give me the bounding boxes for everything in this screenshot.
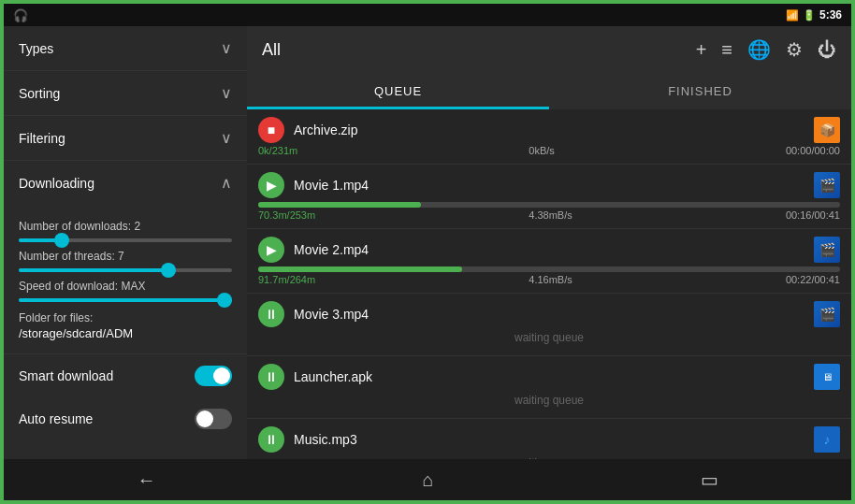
downloaded-movie2: 91.7m/264m	[258, 274, 315, 285]
item-name-movie3: Movie 3.mp4	[294, 307, 804, 322]
downloading-header[interactable]: Downloading ∧	[4, 161, 247, 205]
auto-resume-row: Auto resume	[4, 397, 247, 440]
num-downloads-label: Number of downloads: 2	[19, 220, 232, 233]
folder-path: /storage/sdcard/ADM	[19, 326, 232, 340]
download-item-movie2: ▶ Movie 2.mp4 🎬 91.7m/264m 4.16mB/s 00:2…	[247, 229, 851, 294]
tab-queue[interactable]: QUEUE	[247, 73, 549, 109]
tabs: QUEUE FINISHED	[247, 73, 851, 109]
stop-btn-archive[interactable]: ■	[258, 117, 284, 143]
add-icon[interactable]: +	[696, 39, 707, 61]
num-downloads-thumb[interactable]	[54, 233, 69, 248]
item-thumb-launcher: 🖥	[814, 364, 840, 390]
recent-button[interactable]: ▭	[682, 465, 737, 495]
num-threads-label: Number of threads: 7	[19, 250, 232, 263]
sorting-header[interactable]: Sorting ∨	[4, 71, 247, 115]
speed-thumb[interactable]	[217, 293, 232, 308]
download-list: ■ Archive.zip 📦 0k/231m 0kB/s 00:00/00:0…	[247, 109, 851, 459]
smart-download-row: Smart download	[4, 354, 247, 397]
speed-movie2: 4.16mB/s	[529, 274, 572, 285]
home-button[interactable]: ⌂	[403, 466, 452, 495]
download-item-movie3: ⏸ Movie 3.mp4 🎬 waiting queue	[247, 294, 851, 356]
page-title: All	[262, 40, 685, 60]
sidebar: Types ∨ Sorting ∨ Filtering ∨	[4, 26, 247, 459]
item-name-movie2: Movie 2.mp4	[294, 242, 804, 257]
auto-resume-label: Auto resume	[19, 411, 93, 426]
pause-btn-launcher[interactable]: ⏸	[258, 364, 284, 390]
pause-btn-music[interactable]: ⏸	[258, 426, 284, 453]
item-name-launcher: Launcher.apk	[294, 369, 804, 384]
num-threads-track	[19, 268, 232, 272]
waiting-music: waiting queue	[258, 453, 840, 459]
waiting-movie3: waiting queue	[258, 327, 840, 348]
auto-resume-toggle[interactable]	[195, 409, 232, 429]
filtering-header[interactable]: Filtering ∨	[4, 116, 247, 160]
settings-icon[interactable]: ⚙	[786, 38, 803, 61]
sidebar-section-types: Types ∨	[4, 26, 247, 71]
speed-archive: 0kB/s	[529, 145, 555, 156]
progress-movie2	[258, 266, 840, 272]
num-downloads-track	[19, 238, 232, 242]
status-time: 5:36	[819, 8, 842, 22]
item-thumb-archive: 📦	[814, 117, 840, 143]
item-stats-movie2: 91.7m/264m 4.16mB/s 00:22/00:41	[258, 274, 840, 285]
item-stats-movie1: 70.3m/253m 4.38mB/s 00:16/00:41	[258, 209, 840, 221]
item-name-music: Music.mp3	[294, 432, 804, 447]
status-bar-left: 🎧	[13, 8, 780, 22]
pause-icon-music: ⏸	[265, 432, 278, 447]
item-name-movie1: Movie 1.mp4	[294, 178, 804, 193]
play-btn-movie2[interactable]: ▶	[258, 237, 284, 263]
folder-label: Folder for files:	[19, 311, 232, 324]
battery-icon: 🔋	[803, 9, 816, 22]
list-icon[interactable]: ≡	[721, 39, 732, 61]
download-item-archive: ■ Archive.zip 📦 0k/231m 0kB/s 00:00/00:0…	[247, 109, 851, 165]
status-bar: 🎧 📶 🔋 5:36	[4, 4, 851, 26]
downloading-chevron: ∧	[221, 174, 232, 192]
smart-download-knob	[213, 367, 230, 384]
num-threads-fill	[19, 268, 168, 272]
speed-fill	[19, 298, 232, 302]
signal-icon: 📶	[786, 9, 799, 22]
play-icon-movie2: ▶	[267, 242, 277, 257]
download-item-movie1: ▶ Movie 1.mp4 🎬 70.3m/253m 4.38mB/s 00:1…	[247, 165, 851, 229]
back-button[interactable]: ←	[118, 466, 174, 495]
right-panel: All + ≡ 🌐 ⚙ ⏻ QUEUE FINISHED	[247, 26, 851, 459]
item-thumb-movie2: 🎬	[814, 237, 840, 263]
sorting-chevron: ∨	[221, 84, 232, 102]
play-icon-movie1: ▶	[267, 178, 277, 193]
stop-icon-archive: ■	[268, 122, 275, 137]
tab-finished[interactable]: FINISHED	[549, 73, 851, 109]
downloaded-archive: 0k/231m	[258, 145, 297, 156]
filtering-label: Filtering	[19, 131, 65, 146]
item-thumb-music: ♪	[814, 426, 840, 453]
types-header[interactable]: Types ∨	[4, 26, 247, 70]
smart-download-toggle[interactable]	[195, 366, 232, 386]
top-bar: All + ≡ 🌐 ⚙ ⏻	[247, 26, 851, 73]
sidebar-section-downloading: Downloading ∧ Number of downloads: 2 Num…	[4, 161, 247, 354]
downloading-expanded: Number of downloads: 2 Number of threads…	[4, 205, 247, 353]
speed-track	[19, 298, 232, 302]
time-movie2: 00:22/00:41	[786, 274, 840, 285]
bottom-nav: ← ⌂ ▭	[4, 459, 851, 500]
item-thumb-movie3: 🎬	[814, 301, 840, 327]
speed-label: Speed of download: MAX	[19, 280, 232, 293]
downloading-label: Downloading	[19, 176, 94, 191]
item-stats-archive: 0k/231m 0kB/s 00:00/00:00	[258, 145, 840, 156]
download-item-launcher: ⏸ Launcher.apk 🖥 waiting queue	[247, 356, 851, 419]
auto-resume-knob	[196, 410, 213, 427]
top-bar-icons: + ≡ 🌐 ⚙ ⏻	[696, 38, 836, 61]
progress-fill-movie2	[258, 266, 462, 272]
downloaded-movie1: 70.3m/253m	[258, 209, 315, 221]
smart-download-label: Smart download	[19, 368, 113, 383]
time-movie1: 00:16/00:41	[786, 209, 840, 221]
power-icon[interactable]: ⏻	[818, 39, 836, 61]
item-name-archive: Archive.zip	[294, 122, 804, 137]
play-btn-movie1[interactable]: ▶	[258, 172, 284, 198]
pause-btn-movie3[interactable]: ⏸	[258, 301, 284, 327]
globe-icon[interactable]: 🌐	[747, 38, 771, 61]
speed-movie1: 4.38mB/s	[529, 209, 572, 221]
waiting-launcher: waiting queue	[258, 390, 840, 410]
progress-fill-movie1	[258, 202, 421, 208]
pause-icon-movie3: ⏸	[265, 307, 278, 322]
sidebar-section-filtering: Filtering ∨	[4, 116, 247, 161]
num-threads-thumb[interactable]	[161, 263, 176, 278]
